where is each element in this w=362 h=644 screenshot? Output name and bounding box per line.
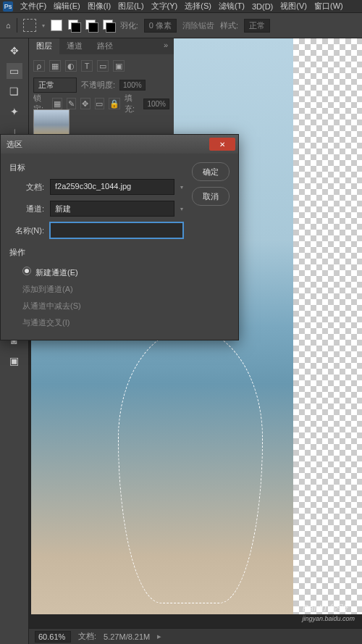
menu-filter[interactable]: 滤镜(T) <box>219 1 245 12</box>
menu-view[interactable]: 视图(V) <box>280 1 307 12</box>
chevron-down-icon[interactable]: ▾ <box>180 206 183 212</box>
blend-mode-dropdown[interactable]: 正常 <box>33 78 77 93</box>
antialias-checkbox[interactable]: 消除锯齿 <box>182 20 214 31</box>
dialog-title: 选区 <box>4 139 209 150</box>
lock-brush-icon[interactable]: ✎ <box>67 98 76 109</box>
menu-image[interactable]: 图像(I) <box>88 1 111 12</box>
layer-thumbnail[interactable] <box>33 109 70 135</box>
name-label: 名称(N): <box>9 225 44 236</box>
filter-smart-icon[interactable]: ▣ <box>113 60 125 72</box>
op-new-channel[interactable]: 新建通道(E) <box>9 264 183 281</box>
target-section-label: 目标 <box>9 162 183 173</box>
tab-channels[interactable]: 通道 <box>59 38 90 54</box>
watermark: Baidu 经验 jingyan.baidu.com <box>302 602 355 622</box>
selection-intersect-icon[interactable] <box>103 20 114 31</box>
filter-shape-icon[interactable]: ▭ <box>97 60 109 72</box>
dialog-titlebar[interactable]: 选区 ✕ <box>1 135 238 154</box>
options-bar: ⌂ ▾ 羽化: 0 像素 消除锯齿 样式: 正常 <box>0 13 362 38</box>
op-subtract-channel: 从通道中减去(S) <box>9 298 183 314</box>
menu-window[interactable]: 窗口(W) <box>314 1 343 12</box>
chevron-down-icon[interactable]: ▾ <box>42 22 45 29</box>
opacity-input[interactable]: 100% <box>119 80 146 91</box>
ps-logo-icon: Ps <box>3 1 13 12</box>
fill-input[interactable]: 100% <box>143 99 169 109</box>
menu-layer[interactable]: 图层(L) <box>118 1 143 12</box>
document-dropdown[interactable]: f2a259c30c_1044.jpg <box>50 179 174 195</box>
lasso-tool-icon[interactable]: ❏ <box>7 83 22 99</box>
channel-label: 通道: <box>9 204 44 214</box>
move-tool-icon[interactable]: ✥ <box>7 43 22 59</box>
style-dropdown[interactable]: 正常 <box>244 19 270 33</box>
document-label: 文档: <box>9 182 44 193</box>
style-label: 样式: <box>220 20 238 31</box>
op-intersect-channel: 与通道交叉(I) <box>9 314 183 331</box>
filter-adjust-icon[interactable]: ◐ <box>65 60 77 72</box>
panel-menu-icon[interactable]: » <box>158 38 174 54</box>
filter-pixel-icon[interactable]: ▦ <box>49 60 61 72</box>
doc-size-value: 5.27M/8.21M <box>104 632 150 641</box>
menu-select[interactable]: 选择(S) <box>185 1 211 12</box>
status-bar: 文档: 5.27M/8.21M ▸ <box>29 628 362 644</box>
tool-palette: ✥ ▭ ❏ ✦ ⟂ ✎ ✒ ⚑ ↖ ✐ ✋ 🔍 ⋯ ◙ ▣ <box>0 38 29 644</box>
filter-type-icon[interactable]: T <box>81 60 93 72</box>
selection-subtract-icon[interactable] <box>85 20 97 31</box>
op-add-channel: 添加到通道(A) <box>9 281 183 298</box>
menu-3d[interactable]: 3D(D) <box>252 2 273 11</box>
feather-input[interactable]: 0 像素 <box>144 19 177 33</box>
menu-type[interactable]: 文字(Y) <box>151 1 178 12</box>
lock-all-icon[interactable]: 🔒 <box>109 98 120 109</box>
lock-move-icon[interactable]: ✥ <box>80 98 90 109</box>
selection-new-icon[interactable] <box>51 20 62 31</box>
tab-layers[interactable]: 图层 <box>29 38 59 54</box>
chevron-down-icon[interactable]: ▾ <box>180 184 183 191</box>
marquee-tool-icon[interactable]: ▭ <box>7 63 22 79</box>
zoom-input[interactable] <box>35 631 71 643</box>
doc-size-label: 文档: <box>78 631 96 642</box>
filter-kind-icon[interactable]: ρ <box>33 60 45 72</box>
operation-section-label: 操作 <box>9 247 183 258</box>
radio-icon <box>22 267 31 275</box>
save-selection-dialog: 选区 ✕ 目标 文档: f2a259c30c_1044.jpg ▾ 通道: 新建… <box>0 134 239 340</box>
lock-frame-icon[interactable]: ▭ <box>95 98 104 109</box>
home-icon[interactable]: ⌂ <box>6 21 11 30</box>
ok-button[interactable]: 确定 <box>192 162 230 181</box>
feather-label: 羽化: <box>120 20 138 31</box>
chevron-right-icon[interactable]: ▸ <box>157 632 161 641</box>
wand-tool-icon[interactable]: ✦ <box>7 104 22 120</box>
channel-dropdown[interactable]: 新建 <box>50 201 174 217</box>
cancel-button[interactable]: 取消 <box>192 187 230 206</box>
name-input[interactable] <box>50 222 183 238</box>
selection-marquee <box>118 328 263 603</box>
fill-label: 填充: <box>125 93 139 114</box>
screenmode-icon[interactable]: ▣ <box>7 353 22 369</box>
layers-panel: 图层 通道 路径 » ρ ▦ ◐ T ▭ ▣ 正常 不透明度: 100% 锁定:… <box>29 38 174 138</box>
menu-edit[interactable]: 编辑(E) <box>54 1 80 12</box>
tab-paths[interactable]: 路径 <box>90 38 120 54</box>
selection-add-icon[interactable] <box>68 20 80 31</box>
opacity-label: 不透明度: <box>81 80 115 91</box>
lock-trans-icon[interactable]: ▦ <box>52 98 62 109</box>
tool-preset-icon[interactable] <box>23 19 36 32</box>
menu-bar: Ps 文件(F) 编辑(E) 图像(I) 图层(L) 文字(Y) 选择(S) 滤… <box>0 0 362 13</box>
transparent-area <box>293 38 362 614</box>
close-icon[interactable]: ✕ <box>209 138 235 151</box>
menu-file[interactable]: 文件(F) <box>20 1 46 12</box>
